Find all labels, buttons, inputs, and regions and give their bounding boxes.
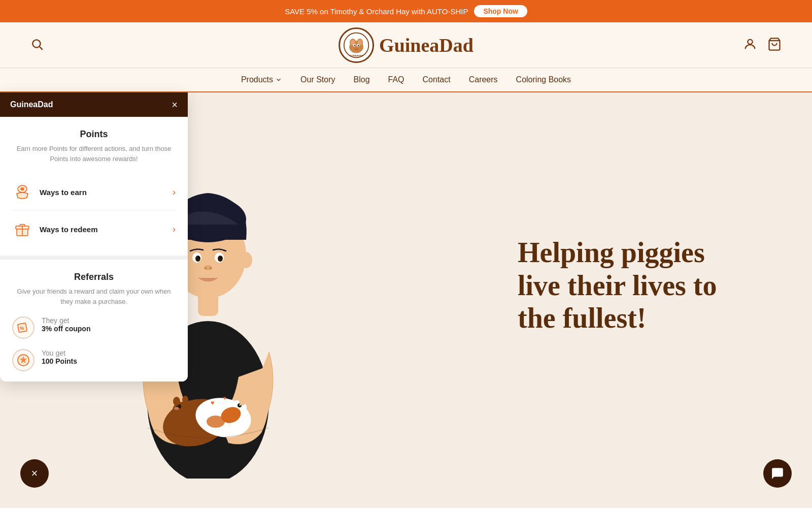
svg-point-14 — [748, 40, 752, 44]
logo-text: GuineaDad — [379, 34, 473, 56]
close-fab-icon: × — [31, 467, 38, 480]
svg-point-40 — [240, 252, 252, 268]
svg-point-35 — [220, 257, 222, 259]
you-get-row: You get 100 Points — [12, 349, 176, 371]
shop-now-button[interactable]: Shop Now — [474, 5, 527, 17]
svg-line-1 — [40, 47, 43, 50]
ways-to-redeem-icon — [12, 219, 32, 239]
svg-point-34 — [198, 257, 200, 259]
ways-to-redeem-row[interactable]: Ways to redeem › — [12, 211, 176, 247]
logo-icon: GUINEADAD — [343, 32, 369, 58]
chat-icon — [771, 467, 784, 480]
top-banner: SAVE 5% on Timothy & Orchard Hay with AU… — [0, 0, 812, 22]
svg-point-38 — [210, 267, 212, 270]
nav-item-contact[interactable]: Contact — [423, 75, 451, 84]
points-section: Points Earn more Points for different ac… — [0, 117, 188, 260]
cart-icon — [767, 37, 782, 51]
you-get-icon — [12, 349, 35, 371]
svg-point-18 — [21, 187, 24, 190]
rewards-panel-close-button[interactable]: × — [172, 100, 178, 110]
ways-to-earn-label: Ways to earn — [40, 188, 87, 197]
hero-text: Helping piggies live their lives to the … — [518, 236, 751, 334]
ways-to-earn-left: Ways to earn — [12, 182, 87, 202]
they-get-icon: % — [12, 316, 35, 339]
svg-text:GUINEADAD: GUINEADAD — [350, 54, 363, 56]
header-left — [30, 38, 44, 52]
nav-item-coloring-books[interactable]: Coloring Books — [516, 75, 571, 84]
search-icon — [30, 38, 44, 51]
they-get-value: 3% off coupon — [42, 325, 90, 333]
header: GUINEADAD GuineaDad — [0, 22, 812, 68]
nav-item-faq[interactable]: FAQ — [388, 75, 404, 84]
cart-button[interactable] — [767, 37, 782, 53]
rewards-panel-brand: GuineaDad — [10, 100, 53, 109]
points-description: Earn more Points for different actions, … — [12, 144, 176, 164]
svg-point-10 — [354, 45, 356, 46]
rewards-panel-header: GuineaDad × — [0, 92, 188, 117]
svg-point-47 — [174, 407, 179, 410]
svg-text:♥: ♥ — [223, 395, 226, 401]
ways-to-redeem-left: Ways to redeem — [12, 219, 98, 239]
nav: Products Our Story Blog FAQ Contact Care… — [0, 68, 812, 92]
you-get-label: You get — [42, 349, 77, 357]
they-get-info: They get 3% off coupon — [42, 316, 90, 333]
nav-item-blog[interactable]: Blog — [354, 75, 370, 84]
svg-point-32 — [195, 256, 200, 262]
nav-products-label: Products — [241, 75, 273, 84]
logo-area[interactable]: GUINEADAD GuineaDad — [339, 27, 473, 63]
referrals-description: Give your friends a reward and claim you… — [12, 287, 176, 306]
you-get-value: 100 Points — [42, 357, 77, 365]
svg-point-51 — [207, 416, 225, 428]
they-get-label: They get — [42, 316, 90, 325]
logo-circle: GUINEADAD — [339, 27, 374, 63]
they-get-row: % They get 3% off coupon — [12, 316, 176, 339]
chat-fab-button[interactable] — [763, 459, 792, 488]
svg-point-37 — [205, 267, 207, 270]
main-content: GuineaDad × Points Earn more Points for … — [0, 92, 812, 479]
svg-point-45 — [173, 397, 180, 406]
you-get-info: You get 100 Points — [42, 349, 77, 365]
header-right — [743, 37, 782, 53]
nav-item-products[interactable]: Products — [241, 75, 282, 84]
svg-point-46 — [182, 396, 188, 404]
svg-point-0 — [32, 40, 40, 47]
svg-point-54 — [239, 396, 246, 405]
ways-to-earn-chevron: › — [173, 187, 176, 198]
account-icon — [743, 37, 757, 51]
account-button[interactable] — [743, 37, 757, 53]
ways-to-redeem-label: Ways to redeem — [40, 225, 98, 234]
search-button[interactable] — [30, 38, 44, 52]
ways-to-earn-icon — [12, 182, 32, 202]
nav-item-careers[interactable]: Careers — [469, 75, 498, 84]
rewards-panel-body: Points Earn more Points for different ac… — [0, 117, 188, 382]
ways-to-redeem-chevron: › — [173, 224, 176, 235]
close-fab-button[interactable]: × — [20, 459, 49, 488]
chevron-down-icon — [275, 76, 282, 83]
hero-headline: Helping piggies live their lives to the … — [518, 236, 751, 334]
svg-point-11 — [358, 45, 359, 46]
points-title: Points — [12, 129, 176, 140]
banner-text: SAVE 5% on Timothy & Orchard Hay with AU… — [285, 7, 468, 16]
rewards-panel: GuineaDad × Points Earn more Points for … — [0, 92, 188, 382]
ways-to-earn-row[interactable]: Ways to earn › — [12, 174, 176, 211]
referrals-title: Referrals — [12, 272, 176, 282]
svg-point-33 — [218, 256, 223, 262]
nav-item-our-story[interactable]: Our Story — [300, 75, 335, 84]
svg-text:%: % — [20, 326, 24, 331]
referrals-section: Referrals Give your friends a reward and… — [0, 260, 188, 382]
svg-text:♥: ♥ — [211, 399, 214, 406]
